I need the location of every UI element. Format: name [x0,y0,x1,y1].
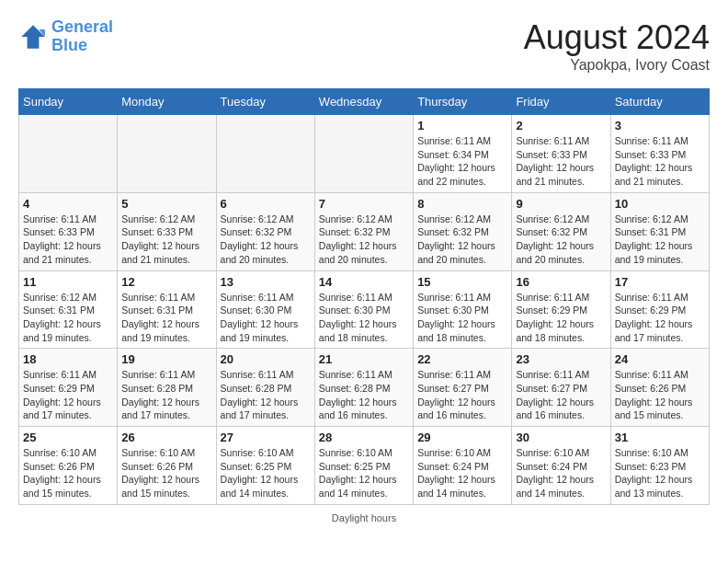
calendar-day-cell: 6Sunrise: 6:12 AMSunset: 6:32 PMDaylight… [216,192,314,270]
page-header: General Blue August 2024 Yapokpa, Ivory … [18,18,710,74]
day-number: 17 [615,275,705,289]
day-info: Sunrise: 6:12 AMSunset: 6:31 PMDaylight:… [23,291,113,345]
calendar-day-cell: 7Sunrise: 6:12 AMSunset: 6:32 PMDaylight… [314,192,413,270]
calendar-day-cell: 8Sunrise: 6:12 AMSunset: 6:32 PMDaylight… [414,192,512,270]
day-info: Sunrise: 6:11 AMSunset: 6:26 PMDaylight:… [615,368,705,422]
day-number: 11 [23,275,113,289]
day-info: Sunrise: 6:11 AMSunset: 6:30 PMDaylight:… [417,291,507,345]
calendar-day-header: Saturday [610,89,709,115]
month-title: August 2024 [524,18,710,57]
calendar-day-cell: 24Sunrise: 6:11 AMSunset: 6:26 PMDayligh… [610,349,709,427]
calendar-day-cell: 26Sunrise: 6:10 AMSunset: 6:26 PMDayligh… [118,427,216,505]
day-number: 6 [221,197,311,211]
calendar-day-cell: 30Sunrise: 6:10 AMSunset: 6:24 PMDayligh… [512,427,610,505]
calendar-day-cell: 14Sunrise: 6:11 AMSunset: 6:30 PMDayligh… [314,270,413,349]
calendar-day-cell: 22Sunrise: 6:11 AMSunset: 6:27 PMDayligh… [414,349,512,427]
calendar-day-cell: 3Sunrise: 6:11 AMSunset: 6:33 PMDaylight… [610,115,709,193]
calendar-day-cell: 12Sunrise: 6:11 AMSunset: 6:31 PMDayligh… [118,270,216,349]
calendar-day-cell: 21Sunrise: 6:11 AMSunset: 6:28 PMDayligh… [314,349,413,427]
day-number: 14 [319,275,409,289]
day-info: Sunrise: 6:11 AMSunset: 6:30 PMDaylight:… [221,291,311,345]
day-number: 15 [417,275,507,289]
day-info: Sunrise: 6:12 AMSunset: 6:32 PMDaylight:… [221,213,311,267]
calendar-day-cell: 10Sunrise: 6:12 AMSunset: 6:31 PMDayligh… [610,192,709,270]
day-number: 4 [23,197,113,211]
calendar-day-cell: 2Sunrise: 6:11 AMSunset: 6:33 PMDaylight… [512,115,610,193]
day-number: 3 [615,119,705,132]
calendar-day-cell: 16Sunrise: 6:11 AMSunset: 6:29 PMDayligh… [512,270,610,349]
day-info: Sunrise: 6:11 AMSunset: 6:33 PMDaylight:… [23,213,113,267]
day-info: Sunrise: 6:11 AMSunset: 6:28 PMDaylight:… [319,368,409,422]
calendar-day-cell: 11Sunrise: 6:12 AMSunset: 6:31 PMDayligh… [19,270,118,349]
calendar-day-cell: 23Sunrise: 6:11 AMSunset: 6:27 PMDayligh… [512,349,610,427]
day-info: Sunrise: 6:11 AMSunset: 6:29 PMDaylight:… [23,368,113,422]
day-info: Sunrise: 6:11 AMSunset: 6:27 PMDaylight:… [417,368,507,422]
day-info: Sunrise: 6:10 AMSunset: 6:26 PMDaylight:… [23,446,113,500]
calendar-day-cell: 9Sunrise: 6:12 AMSunset: 6:32 PMDaylight… [512,192,610,270]
day-info: Sunrise: 6:12 AMSunset: 6:32 PMDaylight:… [319,213,409,267]
calendar-header-row: SundayMondayTuesdayWednesdayThursdayFrid… [19,89,710,115]
day-info: Sunrise: 6:11 AMSunset: 6:29 PMDaylight:… [615,291,705,345]
logo-line1: General [51,17,113,36]
day-info: Sunrise: 6:12 AMSunset: 6:32 PMDaylight:… [417,213,507,267]
day-info: Sunrise: 6:11 AMSunset: 6:29 PMDaylight:… [516,291,606,345]
calendar-day-header: Friday [512,89,610,115]
day-info: Sunrise: 6:10 AMSunset: 6:25 PMDaylight:… [221,446,311,500]
calendar-week-row: 11Sunrise: 6:12 AMSunset: 6:31 PMDayligh… [19,270,710,349]
day-number: 24 [615,352,705,366]
calendar-day-cell: 4Sunrise: 6:11 AMSunset: 6:33 PMDaylight… [19,192,118,270]
day-number: 19 [121,352,211,366]
logo: General Blue [18,18,113,55]
day-number: 5 [121,197,211,211]
logo-line2: Blue [51,36,87,54]
calendar-week-row: 4Sunrise: 6:11 AMSunset: 6:33 PMDaylight… [19,192,710,270]
calendar-day-cell: 5Sunrise: 6:12 AMSunset: 6:33 PMDaylight… [118,192,216,270]
calendar-day-cell: 17Sunrise: 6:11 AMSunset: 6:29 PMDayligh… [610,270,709,349]
day-number: 18 [23,352,113,366]
day-number: 30 [516,431,606,444]
day-number: 12 [121,275,211,289]
day-number: 21 [319,352,409,366]
calendar-week-row: 25Sunrise: 6:10 AMSunset: 6:26 PMDayligh… [19,427,710,505]
day-info: Sunrise: 6:12 AMSunset: 6:31 PMDaylight:… [615,213,705,267]
day-number: 1 [417,119,507,132]
day-number: 8 [417,197,507,211]
calendar-day-cell: 1Sunrise: 6:11 AMSunset: 6:34 PMDaylight… [414,115,512,193]
day-info: Sunrise: 6:11 AMSunset: 6:34 PMDaylight:… [417,134,507,189]
day-number: 25 [23,431,113,444]
day-number: 9 [516,197,606,211]
day-number: 16 [516,275,606,289]
calendar-day-cell: 19Sunrise: 6:11 AMSunset: 6:28 PMDayligh… [118,349,216,427]
day-info: Sunrise: 6:11 AMSunset: 6:33 PMDaylight:… [516,134,606,189]
location: Yapokpa, Ivory Coast [524,57,710,74]
calendar-day-cell: 27Sunrise: 6:10 AMSunset: 6:25 PMDayligh… [216,427,314,505]
day-number: 13 [221,275,311,289]
title-block: August 2024 Yapokpa, Ivory Coast [524,18,710,74]
day-info: Sunrise: 6:12 AMSunset: 6:32 PMDaylight:… [516,213,606,267]
day-number: 10 [615,197,705,211]
day-info: Sunrise: 6:11 AMSunset: 6:31 PMDaylight:… [121,291,211,345]
calendar-day-cell: 20Sunrise: 6:11 AMSunset: 6:28 PMDayligh… [216,349,314,427]
day-number: 28 [319,431,409,444]
calendar-day-cell [216,115,314,193]
day-number: 31 [615,431,705,444]
calendar-day-cell: 25Sunrise: 6:10 AMSunset: 6:26 PMDayligh… [19,427,118,505]
day-number: 23 [516,352,606,366]
calendar-day-header: Thursday [414,89,512,115]
calendar-day-header: Monday [118,89,216,115]
calendar-day-cell: 29Sunrise: 6:10 AMSunset: 6:24 PMDayligh… [414,427,512,505]
day-info: Sunrise: 6:11 AMSunset: 6:33 PMDaylight:… [615,134,705,189]
calendar-day-cell [314,115,413,193]
day-info: Sunrise: 6:11 AMSunset: 6:28 PMDaylight:… [121,368,211,422]
calendar-day-cell: 13Sunrise: 6:11 AMSunset: 6:30 PMDayligh… [216,270,314,349]
day-info: Sunrise: 6:10 AMSunset: 6:24 PMDaylight:… [516,446,606,500]
calendar-day-cell: 18Sunrise: 6:11 AMSunset: 6:29 PMDayligh… [19,349,118,427]
day-number: 29 [417,431,507,444]
calendar-week-row: 18Sunrise: 6:11 AMSunset: 6:29 PMDayligh… [19,349,710,427]
day-info: Sunrise: 6:10 AMSunset: 6:25 PMDaylight:… [319,446,409,500]
calendar-day-header: Sunday [19,89,118,115]
footer: Daylight hours [18,512,710,523]
day-number: 7 [319,197,409,211]
calendar-day-cell: 28Sunrise: 6:10 AMSunset: 6:25 PMDayligh… [314,427,413,505]
day-number: 27 [221,431,311,444]
